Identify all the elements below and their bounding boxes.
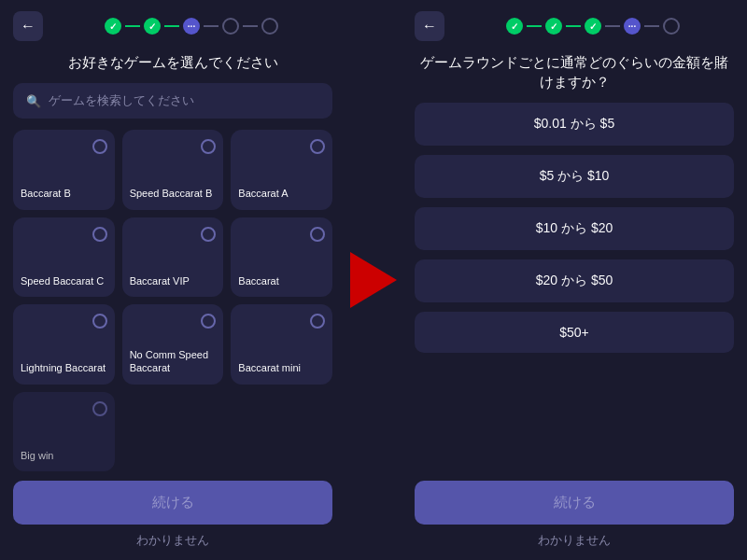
game-card-baccarat-b[interactable]: Baccarat B (13, 130, 115, 210)
left-header: ← ✓ ✓ ··· (13, 11, 332, 41)
radio-baccarat-a (310, 139, 325, 154)
right-panel: ← ✓ ✓ ✓ ··· ゲームラウンドごとに通常どのぐらいの金額を賭けますか？ … (402, 0, 747, 560)
game-label-no-comm-speed-baccarat: No Comm Speed Baccarat (130, 348, 217, 375)
right-progress-dots: ✓ ✓ ✓ ··· (452, 18, 734, 35)
right-step-2-dot: ✓ (545, 18, 562, 35)
game-grid: Baccarat B Speed Baccarat B Baccarat A S… (13, 130, 332, 471)
right-skip-label[interactable]: わかりません (415, 532, 734, 549)
game-label-baccarat-b: Baccarat B (21, 187, 71, 200)
radio-lightning-baccarat (92, 314, 107, 329)
bet-option-1[interactable]: $0.01 から $5 (415, 103, 734, 146)
radio-baccarat (310, 227, 325, 242)
radio-baccarat-vip (201, 227, 216, 242)
right-continue-button[interactable]: 続ける (415, 481, 734, 525)
right-arrow-icon (350, 252, 397, 308)
game-card-lightning-baccarat[interactable]: Lightning Baccarat (13, 304, 115, 385)
search-icon: 🔍 (26, 94, 41, 108)
bet-option-2[interactable]: $5 から $10 (415, 155, 734, 198)
game-card-no-comm-speed-baccarat[interactable]: No Comm Speed Baccarat (122, 304, 224, 385)
right-step-3-dot: ✓ (585, 18, 601, 35)
game-card-baccarat[interactable]: Baccarat (231, 217, 332, 298)
left-skip-label[interactable]: わかりません (13, 532, 332, 549)
bet-option-5[interactable]: $50+ (415, 312, 734, 353)
game-label-baccarat-mini: Baccarat mini (238, 361, 301, 374)
game-label-speed-baccarat-c: Speed Baccarat C (21, 274, 104, 287)
game-label-baccarat-vip: Baccarat VIP (130, 274, 190, 287)
left-back-button[interactable]: ← (13, 11, 43, 41)
radio-baccarat-mini (310, 314, 325, 329)
radio-baccarat-b (92, 139, 107, 154)
right-step-5-dot (663, 18, 680, 35)
right-back-button[interactable]: ← (415, 11, 444, 41)
radio-speed-baccarat-c (92, 227, 107, 242)
game-card-baccarat-mini[interactable]: Baccarat mini (231, 304, 332, 385)
bet-option-4[interactable]: $20 から $50 (415, 259, 734, 302)
search-placeholder: ゲームを検索してください (49, 92, 194, 109)
arrow-container (345, 0, 402, 560)
game-label-speed-baccarat-b: Speed Baccarat B (130, 187, 213, 200)
left-progress-dots: ✓ ✓ ··· (50, 18, 332, 35)
right-step-4-dot: ··· (624, 18, 641, 35)
step-4-line (243, 25, 258, 27)
right-step-3-line (605, 25, 620, 27)
left-panel: ← ✓ ✓ ··· お好きなゲームを選んでください 🔍 ゲームを検索してください… (0, 0, 345, 560)
game-card-speed-baccarat-c[interactable]: Speed Baccarat C (13, 217, 115, 298)
step-4-dot (222, 18, 239, 35)
game-label-baccarat: Baccarat (238, 274, 278, 287)
game-card-baccarat-vip[interactable]: Baccarat VIP (122, 217, 224, 298)
right-step-4-line (644, 25, 659, 27)
radio-speed-baccarat-b (201, 139, 216, 154)
right-header: ← ✓ ✓ ✓ ··· (415, 11, 734, 41)
game-label-baccarat-a: Baccarat A (238, 187, 288, 200)
step-5-dot (261, 18, 278, 35)
game-card-baccarat-a[interactable]: Baccarat A (231, 130, 332, 210)
radio-big-win (92, 401, 107, 416)
bet-option-3[interactable]: $10 から $20 (415, 207, 734, 250)
step-1-dot: ✓ (105, 18, 121, 35)
step-3-line (204, 25, 218, 27)
right-page-title: ゲームラウンドごとに通常どのぐらいの金額を賭けますか？ (415, 52, 734, 91)
left-continue-button[interactable]: 続ける (13, 481, 332, 525)
game-card-big-win[interactable]: Big win (13, 392, 115, 472)
right-step-2-line (566, 25, 581, 27)
step-1-line (125, 25, 140, 27)
game-label-lightning-baccarat: Lightning Baccarat (21, 361, 106, 374)
right-step-1-line (527, 25, 542, 27)
game-label-big-win: Big win (21, 449, 53, 462)
right-step-1-dot: ✓ (506, 18, 523, 35)
step-2-line (164, 25, 179, 27)
search-box[interactable]: 🔍 ゲームを検索してください (13, 83, 332, 119)
radio-no-comm-speed-baccarat (201, 314, 216, 329)
left-page-title: お好きなゲームを選んでください (13, 52, 332, 72)
step-3-dot: ··· (183, 18, 200, 35)
game-card-speed-baccarat-b[interactable]: Speed Baccarat B (122, 130, 224, 210)
step-2-dot: ✓ (144, 18, 161, 35)
bet-options-list: $0.01 から $5 $5 から $10 $10 から $20 $20 から … (415, 103, 734, 462)
